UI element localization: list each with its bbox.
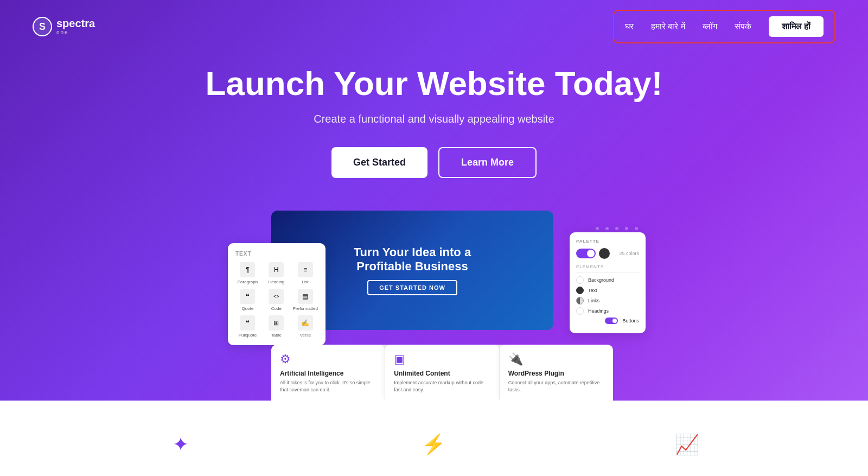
bottom-feature-2: ⚡ bbox=[380, 433, 488, 456]
logo-icon: S bbox=[33, 17, 52, 36]
bottom-feature-3: 📈 bbox=[633, 433, 742, 456]
nav-item-about[interactable]: हमारे बारे में bbox=[651, 22, 685, 31]
hero-section: S spectra one घर हमारे बारे में ब्लॉग सं… bbox=[0, 0, 868, 401]
feature-card-plugin: 🔌 WordPress Plugin Connect all your apps… bbox=[500, 345, 613, 401]
get-started-button[interactable]: Get Started bbox=[331, 147, 427, 178]
bottom-section: ✦ ⚡ 📈 bbox=[0, 401, 868, 476]
join-button[interactable]: शामिल हों bbox=[769, 16, 824, 37]
palette-item-headings: Headings bbox=[576, 307, 639, 315]
palette-toggles: 25 colors bbox=[576, 248, 639, 259]
palette-item-links: Links bbox=[576, 297, 639, 304]
text-block-item-pullquote[interactable]: ❝ Pullquote bbox=[235, 315, 260, 338]
plugin-icon: 🔌 bbox=[508, 352, 604, 366]
palette-item-background: Background bbox=[576, 276, 639, 284]
preformatted-icon: ▤ bbox=[298, 289, 313, 304]
palette-elements-header: ELEMENTS bbox=[576, 264, 639, 269]
bottom-feature-icon-2: ⚡ bbox=[422, 433, 446, 456]
learn-more-button[interactable]: Learn More bbox=[438, 147, 537, 178]
feature-card-plugin-title: WordPress Plugin bbox=[508, 370, 604, 377]
text-block-item-quote[interactable]: ❝ Quote bbox=[235, 289, 260, 311]
code-icon: <> bbox=[269, 289, 284, 304]
hero-subtitle: Create a functional and visually appeali… bbox=[314, 113, 554, 125]
text-circle bbox=[576, 287, 584, 294]
text-block-item-code[interactable]: <> Code bbox=[264, 289, 289, 311]
feature-card-content-desc: Implement accurate markup without code f… bbox=[394, 379, 490, 393]
palette-toggle-on[interactable] bbox=[576, 249, 596, 258]
feature-card-ai-title: Artificial Intelligence bbox=[280, 370, 376, 377]
paragraph-icon: ¶ bbox=[240, 262, 255, 277]
logo[interactable]: S spectra one bbox=[33, 17, 95, 36]
nav-item-blog[interactable]: ब्लॉग bbox=[703, 22, 717, 31]
circle-decoration-2 bbox=[298, 352, 326, 379]
links-circle bbox=[576, 297, 584, 304]
palette-circle-dark bbox=[599, 248, 610, 259]
text-block-item-paragraph[interactable]: ¶ Paragraph bbox=[235, 262, 260, 284]
quote-icon: ❝ bbox=[240, 289, 255, 304]
hero-buttons: Get Started Learn More bbox=[331, 147, 537, 178]
palette-colors-count: 25 colors bbox=[619, 251, 639, 256]
feature-card-plugin-desc: Connect all your apps, automate repetiti… bbox=[508, 379, 604, 393]
list-icon: ≡ bbox=[298, 262, 313, 277]
pullquote-icon: ❝ bbox=[240, 315, 255, 331]
buttons-toggle[interactable] bbox=[605, 318, 618, 324]
feature-card-content-title: Unlimited Content bbox=[394, 370, 490, 377]
hero-title: Launch Your Website Today! bbox=[206, 65, 663, 102]
feature-card-ai-desc: All it takes is for you to click. It's s… bbox=[280, 379, 376, 393]
nav-wrapper: घर हमारे बारे में ब्लॉग संपर्क शामिल हों bbox=[613, 10, 835, 43]
palette-header: PALETTE bbox=[576, 239, 639, 244]
hero-card-content: Turn Your Idea into a Profitable Busines… bbox=[354, 245, 471, 295]
palette-card: PALETTE 25 colors ELEMENTS Background Te… bbox=[570, 232, 646, 333]
feature-card-content: ▣ Unlimited Content Implement accurate m… bbox=[385, 345, 499, 401]
header: S spectra one घर हमारे बारे में ब्लॉग सं… bbox=[0, 0, 868, 53]
background-circle bbox=[576, 276, 584, 284]
headings-circle bbox=[576, 307, 584, 315]
heading-icon: H bbox=[269, 262, 284, 277]
bottom-feature-1: ✦ bbox=[126, 433, 235, 456]
palette-divider bbox=[576, 272, 639, 273]
nav-links: घर हमारे बारे में ब्लॉग संपर्क bbox=[625, 22, 751, 31]
text-block-item-preformatted[interactable]: ▤ Preformatted bbox=[293, 289, 318, 311]
palette-item-text: Text bbox=[576, 287, 639, 294]
palette-item-buttons: Buttons bbox=[576, 318, 639, 324]
text-block-item-heading[interactable]: H Heading bbox=[264, 262, 289, 284]
hero-card-title: Turn Your Idea into a Profitable Busines… bbox=[354, 245, 471, 274]
logo-text: spectra one bbox=[56, 18, 95, 35]
bottom-feature-icon-1: ✦ bbox=[173, 433, 189, 456]
nav-item-contact[interactable]: संपर्क bbox=[735, 22, 751, 31]
bottom-feature-icon-3: 📈 bbox=[675, 433, 699, 456]
hero-illustration: Turn Your Idea into a Profitable Busines… bbox=[244, 211, 624, 401]
content-icon: ▣ bbox=[394, 352, 490, 366]
text-block-item-list[interactable]: ≡ List bbox=[293, 262, 318, 284]
text-block-header: TEXT bbox=[235, 251, 318, 257]
hero-card-cta-button[interactable]: GET STARTED NOW bbox=[367, 280, 457, 295]
nav-item-home[interactable]: घर bbox=[625, 22, 634, 31]
circle-decoration-1 bbox=[277, 314, 320, 357]
